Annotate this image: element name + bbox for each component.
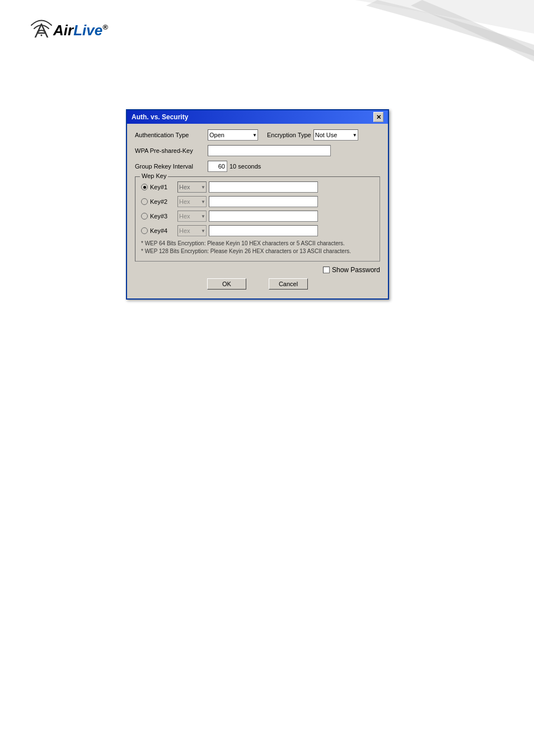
auth-type-select[interactable]: Open Shared WPA-PSK WPA2-PSK [208, 129, 258, 141]
auth-type-label: Authentication Type [135, 132, 208, 138]
button-row: OK Cancel [135, 278, 380, 293]
key3-input[interactable] [209, 211, 318, 222]
enc-type-label: Encryption Type [267, 132, 311, 138]
wep-notes: * WEP 64 Bits Encryption: Please Keyin 1… [141, 240, 374, 255]
logo-icon [31, 14, 52, 38]
key3-format-select[interactable]: Hex ASCII [177, 211, 207, 222]
group-rekey-label: Group Rekey Interval [135, 163, 208, 170]
key1-radio[interactable] [141, 184, 148, 190]
auth-security-dialog: Auth. vs. Security ✕ Authentication Type… [126, 109, 389, 300]
wep-note-line2: * WEP 128 Bits Encryption: Please Keyin … [141, 248, 374, 255]
dialog-title: Auth. vs. Security [132, 113, 188, 121]
cancel-button[interactable]: Cancel [269, 278, 308, 290]
enc-type-select[interactable]: Not Use WEP TKIP AES [313, 129, 358, 141]
wpa-key-input[interactable] [208, 145, 331, 156]
show-password-wrapper[interactable]: Show Password [323, 266, 380, 274]
dialog-container: Auth. vs. Security ✕ Authentication Type… [126, 109, 389, 300]
key2-format-wrapper[interactable]: Hex ASCII [177, 196, 207, 207]
show-password-checkbox[interactable] [323, 267, 330, 273]
logo-live-text: Live [73, 22, 102, 39]
wep-key-legend: Wep Key [140, 172, 168, 179]
key4-input[interactable] [209, 225, 318, 236]
group-rekey-input[interactable] [208, 161, 227, 172]
auth-type-select-wrapper[interactable]: Open Shared WPA-PSK WPA2-PSK [208, 129, 258, 141]
wep-key-group: Wep Key Key#1 Hex ASCII [135, 176, 380, 262]
key4-radio[interactable] [141, 227, 148, 234]
key3-radio-label[interactable]: Key#3 [141, 213, 177, 220]
wep-key2-row: Key#2 Hex ASCII [141, 196, 374, 207]
key1-label: Key#1 [150, 184, 167, 190]
key3-radio[interactable] [141, 213, 148, 220]
key2-radio[interactable] [141, 198, 148, 205]
close-button[interactable]: ✕ [373, 112, 383, 122]
ok-button[interactable]: OK [207, 278, 246, 290]
enc-type-select-wrapper[interactable]: Not Use WEP TKIP AES [313, 129, 358, 141]
wep-key1-row: Key#1 Hex ASCII [141, 181, 374, 193]
key3-label: Key#3 [150, 213, 167, 220]
show-password-row: Show Password [135, 266, 380, 274]
key4-radio-label[interactable]: Key#4 [141, 227, 177, 234]
auth-type-row: Authentication Type Open Shared WPA-PSK … [135, 129, 380, 141]
group-rekey-unit: 10 seconds [229, 163, 261, 170]
swoosh-decoration [310, 0, 534, 78]
key4-format-wrapper[interactable]: Hex ASCII [177, 225, 207, 236]
key1-format-wrapper[interactable]: Hex ASCII [177, 181, 207, 193]
wep-key4-row: Key#4 Hex ASCII [141, 225, 374, 236]
key2-format-select[interactable]: Hex ASCII [177, 196, 207, 207]
key2-radio-label[interactable]: Key#2 [141, 198, 177, 205]
key1-format-select[interactable]: Hex ASCII [177, 181, 207, 193]
key2-label: Key#2 [150, 198, 167, 205]
key4-format-select[interactable]: Hex ASCII [177, 225, 207, 236]
logo: AirLive® [31, 14, 108, 38]
key3-format-wrapper[interactable]: Hex ASCII [177, 211, 207, 222]
show-password-label: Show Password [332, 266, 380, 274]
logo-air-text: Air [53, 22, 73, 39]
dialog-body: Authentication Type Open Shared WPA-PSK … [127, 124, 388, 298]
logo-reg-text: ® [102, 23, 108, 31]
group-rekey-row: Group Rekey Interval 10 seconds [135, 161, 380, 172]
wep-key3-row: Key#3 Hex ASCII [141, 211, 374, 222]
key1-radio-label[interactable]: Key#1 [141, 184, 177, 190]
wep-note-line1: * WEP 64 Bits Encryption: Please Keyin 1… [141, 240, 374, 248]
wpa-key-label: WPA Pre-shared-Key [135, 147, 208, 154]
key4-label: Key#4 [150, 227, 167, 234]
key1-input[interactable] [209, 181, 318, 193]
dialog-titlebar: Auth. vs. Security ✕ [127, 110, 388, 124]
wpa-key-row: WPA Pre-shared-Key [135, 145, 380, 156]
key2-input[interactable] [209, 196, 318, 207]
